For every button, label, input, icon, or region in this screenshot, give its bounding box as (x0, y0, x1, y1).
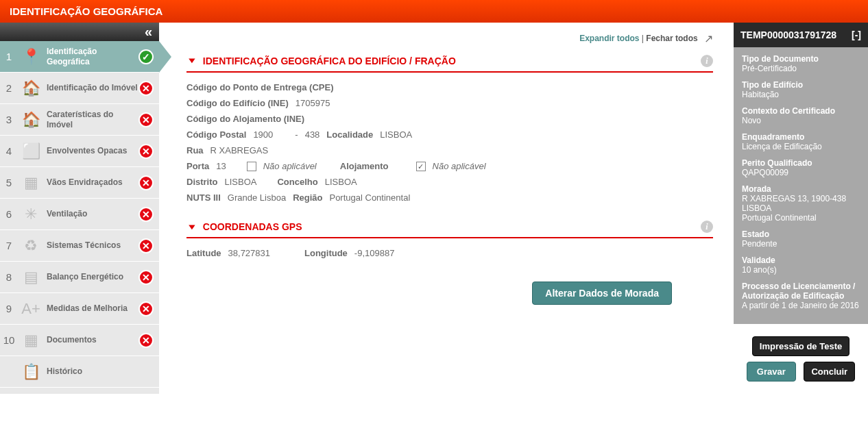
alterar-dados-button[interactable]: Alterar Dados de Morada (532, 282, 672, 305)
nav-label: Sistemas Técnicos (47, 240, 138, 250)
summary-field-3: EnquadramentoLicença de Edificação (742, 132, 860, 151)
field-gps: Latitude 38,727831 Longitude -9,109887 (186, 245, 713, 261)
nav-label: Envolventes Opacas (47, 146, 138, 155)
status-error-icon: ✕ (138, 144, 154, 159)
sidebar-item-0[interactable]: 1📍Identificação Geográfica✓ (0, 41, 159, 73)
page-header: IDENTIFICAÇÃO GEOGRÁFICA (0, 0, 868, 23)
sidebar-item-4[interactable]: 5▦Vãos Envidraçados✕ (0, 167, 159, 199)
status-error-icon: ✕ (138, 207, 154, 222)
summary-field-6: EstadoPendente (742, 229, 860, 249)
nav-label: Identificação Geográfica (47, 47, 138, 66)
value-cp2: 438 (305, 129, 320, 140)
value-regiao: Portugal Continental (329, 192, 410, 203)
field-porta: Porta 13 Não aplicável Alojamento ✓ Não … (186, 158, 713, 174)
summary-field-2: Contexto do CertificadoNovo (742, 106, 860, 125)
summary-field-4: Perito QualificadoQAPQ00099 (742, 158, 860, 177)
summary-header[interactable]: TEMP0000031791728 [-] (734, 23, 868, 47)
finish-button[interactable]: Concluir (804, 362, 855, 382)
section-title-gps: COORDENADAS GPS (203, 221, 701, 232)
checkbox-porta-na[interactable] (247, 162, 256, 171)
info-icon[interactable]: i (701, 55, 713, 67)
nav-label: Caraterísticas do Imóvel (47, 110, 138, 129)
sidebar-item-2[interactable]: 3🏠Caraterísticas do Imóvel✕ (0, 104, 159, 136)
action-buttons: Impressão de Teste Gravar Concluir (734, 324, 868, 394)
print-test-button[interactable]: Impressão de Teste (752, 336, 849, 356)
nav-label: Documentos (47, 335, 138, 345)
status-ok-icon: ✓ (138, 49, 154, 64)
sidebar-item-3[interactable]: 4⬜Envolventes Opacas✕ (0, 136, 159, 167)
value-nuts: Grande Lisboa (228, 192, 286, 203)
main-panel: Expandir todos | Fechar todos ↗ ▼ IDENTI… (159, 23, 734, 394)
collapse-all-link[interactable]: Fechar todos (646, 34, 697, 43)
info-icon[interactable]: i (701, 221, 713, 233)
collapse-icon: « (145, 24, 152, 39)
summary-label: Contexto do Certificado (742, 106, 860, 116)
summary-value: Pré-Certificado (742, 64, 860, 73)
cp-dash: - (295, 129, 298, 140)
summary-field-8: Processo de Licenciamento / Autorização … (742, 282, 860, 310)
sidebar-collapse-button[interactable]: « (0, 23, 159, 41)
summary-label: Estado (742, 229, 860, 239)
label-longitude: Longitude (304, 248, 348, 258)
label-nuts: NUTS III (186, 192, 221, 203)
summary-label: Tipo de Documento (742, 54, 860, 64)
summary-label: Perito Qualificado (742, 158, 860, 168)
sidebar-item-7[interactable]: 8▤Balanço Energético✕ (0, 262, 159, 293)
sidebar: « 1📍Identificação Geográfica✓2🏠Identific… (0, 23, 159, 394)
summary-value: Licença de Edificação (742, 142, 860, 151)
summary-value: A partir de 1 de Janeiro de 2016 (742, 301, 860, 310)
status-error-icon: ✕ (138, 81, 154, 96)
sidebar-item-8[interactable]: 9A+Medidas de Melhoria✕ (0, 293, 159, 325)
expand-collapse-bar: Expandir todos | Fechar todos ↗ (186, 29, 713, 52)
main-container: « 1📍Identificação Geográfica✓2🏠Identific… (0, 23, 868, 394)
nav-number: 5 (3, 177, 15, 188)
expand-all-link[interactable]: Expandir todos (579, 34, 639, 43)
chevron-down-icon: ▼ (186, 223, 197, 232)
nav-label: Medidas de Melhoria (47, 303, 138, 313)
field-cpe: Código do Ponto de Entrega (CPE) (186, 79, 713, 95)
value-localidade: LISBOA (380, 129, 412, 140)
button-container: Alterar Dados de Morada (186, 282, 713, 305)
label-aloj-na: Não aplicável (433, 161, 486, 171)
status-error-icon: ✕ (138, 301, 154, 316)
summary-label: Morada (742, 184, 860, 194)
summary-value: Habitação (742, 90, 860, 99)
value-latitude: 38,727831 (228, 248, 270, 258)
nav-icon: 📋 (19, 360, 43, 384)
nav-icon: 🏠 (19, 77, 43, 100)
field-distrito: Distrito LISBOA Concelho LISBOA (186, 174, 713, 190)
sidebar-item-6[interactable]: 7♻Sistemas Técnicos✕ (0, 230, 159, 262)
label-ine-alojamento: Código do Alojamento (INE) (186, 114, 304, 124)
section-header-gps[interactable]: ▼ COORDENADAS GPS i (186, 218, 713, 238)
nav-label: Ventilação (47, 209, 138, 218)
section-header-identificacao[interactable]: ▼ IDENTIFICAÇÃO GEOGRÁFICA DO EDIFÍCIO /… (186, 52, 713, 73)
nav-number: 3 (3, 114, 15, 125)
nav-number: 4 (3, 145, 15, 157)
summary-label: Processo de Licenciamento / Autorização … (742, 282, 860, 301)
nav-number: 7 (3, 240, 15, 251)
sidebar-item-10[interactable]: 📋Histórico (0, 356, 159, 388)
label-localidade: Localidade (326, 129, 373, 140)
summary-label: Tipo de Edifício (742, 80, 860, 90)
nav-icon: ♻ (19, 234, 43, 258)
field-ine-alojamento: Código do Alojamento (INE) (186, 111, 713, 127)
status-error-icon: ✕ (138, 112, 154, 127)
nav-number: 2 (3, 82, 15, 94)
value-distrito: LISBOA (225, 177, 257, 187)
summary-value: 10 ano(s) (742, 265, 860, 275)
checkbox-aloj-na[interactable]: ✓ (416, 162, 426, 171)
value-porta: 13 (216, 161, 226, 171)
sidebar-item-5[interactable]: 6✳Ventilação✕ (0, 199, 159, 230)
nav-label: Identificação do Imóvel (47, 83, 138, 92)
label-concelho: Concelho (277, 177, 317, 187)
summary-label: Enquadramento (742, 132, 860, 142)
label-alojamento: Alojamento (340, 161, 389, 171)
external-link-icon[interactable]: ↗ (704, 33, 713, 45)
nav-label: Balanço Energético (47, 272, 138, 282)
summary-value: Novo (742, 116, 860, 125)
field-nuts: NUTS III Grande Lisboa Região Portugal C… (186, 190, 713, 205)
sidebar-item-9[interactable]: 10▦Documentos✕ (0, 325, 159, 356)
sidebar-item-1[interactable]: 2🏠Identificação do Imóvel✕ (0, 73, 159, 104)
save-button[interactable]: Gravar (747, 362, 796, 382)
collapse-toggle-icon[interactable]: [-] (852, 29, 861, 40)
